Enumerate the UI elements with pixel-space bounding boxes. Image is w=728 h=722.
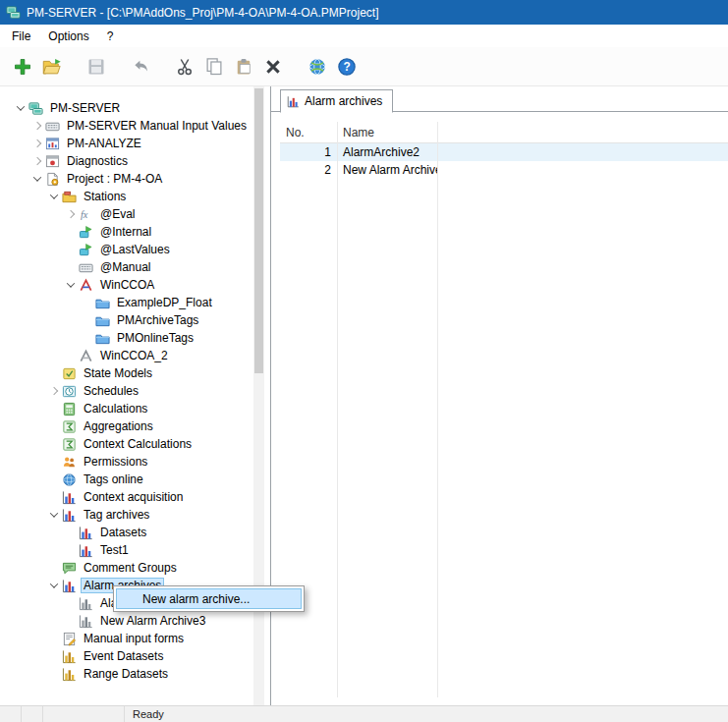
tree-item-permissions[interactable]: Permissions	[0, 453, 253, 471]
chevron-down-icon[interactable]	[47, 583, 61, 588]
paste-button[interactable]	[229, 52, 258, 82]
tree-item-label: Calculations	[81, 401, 150, 417]
table-row[interactable]: 1AlarmArchive2	[280, 143, 728, 161]
tree-item-label: Project : PM-4-OA	[64, 171, 165, 187]
web-button[interactable]	[303, 52, 332, 82]
tree-item-internal[interactable]: @Internal	[0, 223, 253, 241]
copy-button[interactable]	[199, 52, 229, 82]
tree-item-label: @Manual	[97, 259, 154, 275]
new-button[interactable]	[8, 52, 37, 82]
column-header-name[interactable]: Name	[337, 122, 437, 142]
chevron-right-icon[interactable]	[30, 158, 44, 164]
tree-item-tag-archives[interactable]: Tag archives	[0, 506, 253, 524]
chevron-right-icon[interactable]	[30, 123, 44, 129]
open-button[interactable]	[37, 52, 67, 82]
tree-item-manual[interactable]: @Manual	[0, 258, 253, 276]
chart-icon	[61, 578, 77, 593]
menu-options[interactable]: Options	[39, 27, 97, 46]
tree-item-test1[interactable]: Test1	[0, 541, 253, 559]
tree-item-label: WinCCOA	[97, 277, 157, 293]
tagarrow-icon	[78, 224, 93, 240]
tree-item-context-acquisition[interactable]: Context acquisition	[0, 488, 253, 506]
tree-scrollbar[interactable]	[253, 86, 264, 705]
tree-item-label: Comment Groups	[81, 560, 180, 576]
tree-item-label: PM-SERVER Manual Input Values	[64, 118, 250, 134]
tab-strip: Alarm archives	[271, 86, 728, 112]
save-button[interactable]	[82, 52, 111, 82]
alarm-archives-table: No. Name 1AlarmArchive22New Alarm Archiv…	[280, 122, 728, 697]
diag-icon	[44, 153, 60, 169]
tree-item-comment-groups[interactable]: Comment Groups	[0, 559, 253, 577]
column-divider	[437, 122, 438, 697]
tagarrow-icon	[78, 242, 93, 257]
column-header-no[interactable]: No.	[280, 122, 337, 142]
tree-item-label: Stations	[81, 189, 129, 204]
tree-item-label: PMOnlineTags	[114, 330, 196, 346]
toolbar: ?	[0, 47, 728, 86]
tree-item-diagnostics[interactable]: Diagnostics	[0, 152, 253, 170]
tree-item-label: Event Datasets	[81, 648, 166, 664]
main-panel: Alarm archives No. Name 1AlarmArchive22N…	[270, 86, 728, 705]
tree-item-datasets[interactable]: Datasets	[0, 524, 253, 541]
tree-item-state-models[interactable]: State Models	[0, 364, 253, 382]
chevron-down-icon[interactable]	[30, 176, 44, 182]
undo-button[interactable]	[126, 52, 155, 82]
tree-item-tags-online[interactable]: Tags online	[0, 471, 253, 488]
chevron-right-icon[interactable]	[47, 388, 61, 394]
tree-item-pm-server-manual-input-values[interactable]: PM-SERVER Manual Input Values	[0, 117, 253, 135]
tree-item-pm-server[interactable]: PM-SERVER	[0, 99, 253, 117]
chevron-down-icon[interactable]	[47, 512, 61, 518]
tree-item-aggregations[interactable]: Aggregations	[0, 417, 253, 435]
chevron-down-icon[interactable]	[64, 282, 78, 288]
sigma-icon	[61, 436, 77, 452]
tree-item-lastvalues[interactable]: @LastValues	[0, 241, 253, 258]
tree-item-winccoa-2[interactable]: WinCCOA_2	[0, 347, 253, 364]
cut-button[interactable]	[170, 52, 199, 82]
menu-bar: File Options ?	[0, 25, 728, 47]
delete-button[interactable]	[258, 52, 288, 82]
cell-name: AlarmArchive2	[337, 143, 437, 161]
menu-help[interactable]: ?	[98, 27, 123, 46]
status-text: Ready	[133, 708, 164, 720]
tree-item-label: @LastValues	[97, 242, 173, 257]
tree-item-schedules[interactable]: Schedules	[0, 382, 253, 400]
server-icon	[28, 100, 43, 116]
chevron-right-icon[interactable]	[64, 211, 78, 217]
tree-item-event-datasets[interactable]: Event Datasets	[0, 647, 253, 665]
tree-item-manual-input-forms[interactable]: Manual input forms	[0, 630, 253, 647]
project-icon	[44, 171, 60, 187]
tab-alarm-archives[interactable]: Alarm archives	[280, 89, 393, 113]
tree-item-range-datasets[interactable]: Range Datasets	[0, 665, 253, 683]
tree-item-context-calculations[interactable]: Context Calculations	[0, 435, 253, 453]
scrollbar-thumb[interactable]	[254, 88, 263, 373]
menu-file[interactable]: File	[3, 27, 39, 46]
tree-item-pm-analyze[interactable]: PM-ANALYZE	[0, 135, 253, 152]
tree-item-label: Manual input forms	[81, 631, 187, 646]
table-row[interactable]: 2New Alarm Archive3	[280, 161, 728, 179]
chevron-down-icon[interactable]	[47, 194, 61, 199]
help-button[interactable]: ?	[332, 52, 362, 82]
fx-icon: fx	[78, 206, 93, 222]
tree-item-stations[interactable]: Stations	[0, 188, 253, 205]
tree-item-exampledp-float[interactable]: ExampleDP_Float	[0, 294, 253, 311]
svg-text:fx: fx	[80, 209, 87, 220]
tree-item-label: Schedules	[81, 383, 141, 399]
tree-item-new-alarm-archive3[interactable]: New Alarm Archive3	[0, 612, 253, 630]
sigma-icon	[61, 418, 77, 434]
tree-item-label: New Alarm Archive3	[97, 613, 208, 629]
tree-item-pmonlinetags[interactable]: PMOnlineTags	[0, 329, 253, 347]
tree-item-winccoa[interactable]: WinCCOA	[0, 276, 253, 294]
clock-icon	[61, 383, 77, 399]
logoAgray-icon	[78, 348, 93, 363]
chevron-right-icon[interactable]	[30, 140, 44, 146]
tree-item-project-pm-4-oa[interactable]: Project : PM-4-OA	[0, 170, 253, 188]
tree-item-eval[interactable]: fx@Eval	[0, 205, 253, 223]
tree-item-pmarchivetags[interactable]: PMArchiveTags	[0, 311, 253, 329]
context-menu-item-new-alarm-archive[interactable]: New alarm archive...	[116, 588, 302, 609]
tree-item-calculations[interactable]: Calculations	[0, 400, 253, 417]
chevron-down-icon[interactable]	[14, 105, 28, 111]
status-segment	[22, 706, 43, 722]
folderblue-icon	[94, 330, 110, 346]
bubble-icon	[61, 560, 77, 576]
status-bar: Ready	[0, 705, 728, 722]
